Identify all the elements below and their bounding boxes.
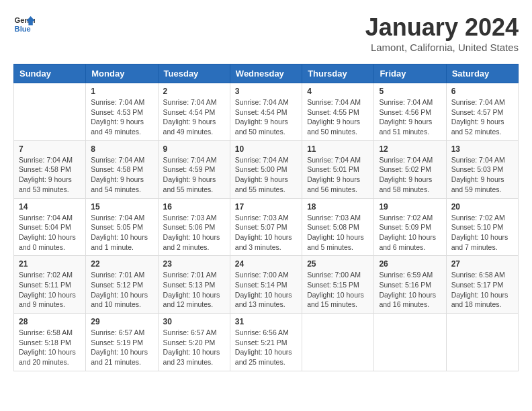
day-info: Sunrise: 6:59 AMSunset: 5:16 PMDaylight:… — [379, 270, 441, 310]
calendar-cell: 15Sunrise: 7:04 AMSunset: 5:05 PMDayligh… — [86, 198, 158, 256]
day-number: 14 — [19, 202, 81, 212]
logo: General Blue — [13, 13, 35, 35]
day-number: 28 — [19, 317, 81, 326]
day-info: Sunrise: 7:03 AMSunset: 5:07 PMDaylight:… — [235, 213, 297, 253]
day-info: Sunrise: 7:04 AMSunset: 5:02 PMDaylight:… — [379, 155, 441, 195]
week-row-3: 21Sunrise: 7:02 AMSunset: 5:11 PMDayligh… — [14, 256, 519, 314]
day-number: 3 — [235, 87, 297, 96]
logo-icon: General Blue — [13, 13, 35, 35]
day-number: 6 — [451, 87, 513, 96]
day-info: Sunrise: 7:04 AMSunset: 5:00 PMDaylight:… — [235, 155, 297, 195]
day-number: 31 — [235, 317, 297, 326]
day-number: 11 — [307, 144, 369, 154]
day-number: 22 — [91, 259, 152, 269]
calendar-cell: 13Sunrise: 7:04 AMSunset: 5:03 PMDayligh… — [446, 140, 518, 198]
header-saturday: Saturday — [446, 64, 518, 83]
calendar-cell: 25Sunrise: 7:00 AMSunset: 5:15 PMDayligh… — [302, 256, 374, 314]
calendar-cell — [302, 314, 374, 371]
day-number: 10 — [235, 144, 297, 154]
header-row: SundayMondayTuesdayWednesdayThursdayFrid… — [14, 64, 519, 83]
day-info: Sunrise: 7:04 AMSunset: 4:58 PMDaylight:… — [19, 155, 81, 195]
day-number: 18 — [307, 202, 369, 212]
day-info: Sunrise: 7:02 AMSunset: 5:09 PMDaylight:… — [379, 213, 441, 253]
day-info: Sunrise: 7:04 AMSunset: 4:58 PMDaylight:… — [91, 155, 152, 195]
calendar-cell: 16Sunrise: 7:03 AMSunset: 5:06 PMDayligh… — [158, 198, 230, 256]
day-info: Sunrise: 7:02 AMSunset: 5:11 PMDaylight:… — [19, 270, 81, 310]
calendar-cell: 4Sunrise: 7:04 AMSunset: 4:55 PMDaylight… — [302, 83, 374, 141]
calendar-cell: 31Sunrise: 6:56 AMSunset: 5:21 PMDayligh… — [230, 314, 302, 371]
day-number: 29 — [91, 317, 152, 326]
day-info: Sunrise: 6:58 AMSunset: 5:18 PMDaylight:… — [19, 328, 81, 367]
calendar-cell: 24Sunrise: 7:00 AMSunset: 5:14 PMDayligh… — [230, 256, 302, 314]
calendar-cell: 18Sunrise: 7:03 AMSunset: 5:08 PMDayligh… — [302, 198, 374, 256]
day-info: Sunrise: 7:04 AMSunset: 4:54 PMDaylight:… — [235, 97, 297, 137]
day-number: 12 — [379, 144, 441, 154]
day-info: Sunrise: 7:01 AMSunset: 5:13 PMDaylight:… — [163, 270, 225, 310]
calendar-cell: 10Sunrise: 7:04 AMSunset: 5:00 PMDayligh… — [230, 140, 302, 198]
day-number: 25 — [307, 259, 369, 269]
day-number: 21 — [19, 259, 81, 269]
header-monday: Monday — [86, 64, 158, 83]
day-info: Sunrise: 7:04 AMSunset: 4:57 PMDaylight:… — [451, 97, 513, 137]
day-info: Sunrise: 7:03 AMSunset: 5:06 PMDaylight:… — [163, 213, 225, 253]
day-number: 13 — [451, 144, 513, 154]
calendar-cell: 28Sunrise: 6:58 AMSunset: 5:18 PMDayligh… — [14, 314, 86, 371]
day-number: 23 — [163, 259, 225, 269]
day-info: Sunrise: 7:03 AMSunset: 5:08 PMDaylight:… — [307, 213, 369, 253]
week-row-4: 28Sunrise: 6:58 AMSunset: 5:18 PMDayligh… — [14, 314, 519, 371]
day-number: 19 — [379, 202, 441, 212]
day-info: Sunrise: 6:57 AMSunset: 5:19 PMDaylight:… — [91, 328, 152, 367]
calendar-cell: 9Sunrise: 7:04 AMSunset: 4:59 PMDaylight… — [158, 140, 230, 198]
day-number: 7 — [19, 144, 81, 154]
calendar-cell: 6Sunrise: 7:04 AMSunset: 4:57 PMDaylight… — [446, 83, 518, 141]
day-number: 5 — [379, 87, 441, 96]
calendar-cell — [446, 314, 518, 371]
day-info: Sunrise: 7:02 AMSunset: 5:10 PMDaylight:… — [451, 213, 513, 253]
day-number: 16 — [163, 202, 225, 212]
day-number: 17 — [235, 202, 297, 212]
calendar-cell: 22Sunrise: 7:01 AMSunset: 5:12 PMDayligh… — [86, 256, 158, 314]
calendar-cell: 29Sunrise: 6:57 AMSunset: 5:19 PMDayligh… — [86, 314, 158, 371]
svg-text:Blue: Blue — [15, 25, 31, 33]
day-number: 2 — [163, 87, 225, 96]
page-header: General Blue January 2024 Lamont, Califo… — [13, 13, 519, 53]
calendar-cell — [14, 83, 86, 141]
calendar-table: SundayMondayTuesdayWednesdayThursdayFrid… — [13, 64, 519, 371]
week-row-2: 14Sunrise: 7:04 AMSunset: 5:04 PMDayligh… — [14, 198, 519, 256]
header-tuesday: Tuesday — [158, 64, 230, 83]
day-number: 27 — [451, 259, 513, 269]
calendar-cell: 30Sunrise: 6:57 AMSunset: 5:20 PMDayligh… — [158, 314, 230, 371]
calendar-cell: 12Sunrise: 7:04 AMSunset: 5:02 PMDayligh… — [374, 140, 446, 198]
day-info: Sunrise: 7:00 AMSunset: 5:14 PMDaylight:… — [235, 270, 297, 310]
day-info: Sunrise: 7:00 AMSunset: 5:15 PMDaylight:… — [307, 270, 369, 310]
header-wednesday: Wednesday — [230, 64, 302, 83]
calendar-cell: 1Sunrise: 7:04 AMSunset: 4:53 PMDaylight… — [86, 83, 158, 141]
calendar-cell: 19Sunrise: 7:02 AMSunset: 5:09 PMDayligh… — [374, 198, 446, 256]
day-number: 20 — [451, 202, 513, 212]
day-number: 4 — [307, 87, 369, 96]
day-info: Sunrise: 7:04 AMSunset: 5:03 PMDaylight:… — [451, 155, 513, 195]
calendar-cell: 21Sunrise: 7:02 AMSunset: 5:11 PMDayligh… — [14, 256, 86, 314]
day-number: 1 — [91, 87, 152, 96]
calendar-cell: 27Sunrise: 6:58 AMSunset: 5:17 PMDayligh… — [446, 256, 518, 314]
calendar-subtitle: Lamont, California, United States — [365, 42, 519, 53]
day-info: Sunrise: 7:04 AMSunset: 4:53 PMDaylight:… — [91, 97, 152, 137]
calendar-title: January 2024 — [365, 13, 519, 42]
header-friday: Friday — [374, 64, 446, 83]
calendar-cell: 14Sunrise: 7:04 AMSunset: 5:04 PMDayligh… — [14, 198, 86, 256]
week-row-1: 7Sunrise: 7:04 AMSunset: 4:58 PMDaylight… — [14, 140, 519, 198]
calendar-cell: 26Sunrise: 6:59 AMSunset: 5:16 PMDayligh… — [374, 256, 446, 314]
calendar-cell: 2Sunrise: 7:04 AMSunset: 4:54 PMDaylight… — [158, 83, 230, 141]
day-info: Sunrise: 7:04 AMSunset: 4:55 PMDaylight:… — [307, 97, 369, 137]
day-info: Sunrise: 7:04 AMSunset: 5:04 PMDaylight:… — [19, 213, 81, 253]
day-info: Sunrise: 7:04 AMSunset: 5:01 PMDaylight:… — [307, 155, 369, 195]
title-section: January 2024 Lamont, California, United … — [365, 13, 519, 53]
day-info: Sunrise: 7:04 AMSunset: 4:59 PMDaylight:… — [163, 155, 225, 195]
day-number: 9 — [163, 144, 225, 154]
calendar-cell: 17Sunrise: 7:03 AMSunset: 5:07 PMDayligh… — [230, 198, 302, 256]
day-info: Sunrise: 6:58 AMSunset: 5:17 PMDaylight:… — [451, 270, 513, 310]
calendar-cell: 20Sunrise: 7:02 AMSunset: 5:10 PMDayligh… — [446, 198, 518, 256]
calendar-cell: 8Sunrise: 7:04 AMSunset: 4:58 PMDaylight… — [86, 140, 158, 198]
day-info: Sunrise: 6:56 AMSunset: 5:21 PMDaylight:… — [235, 328, 297, 367]
day-info: Sunrise: 7:01 AMSunset: 5:12 PMDaylight:… — [91, 270, 152, 310]
